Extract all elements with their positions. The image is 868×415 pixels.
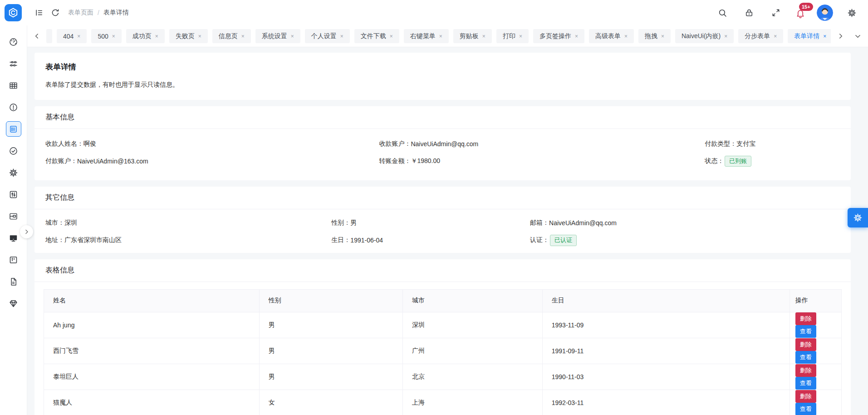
- tab[interactable]: 个人设置×: [305, 29, 350, 43]
- app-logo[interactable]: [5, 4, 22, 21]
- table-column-header: 城市: [403, 289, 543, 312]
- breadcrumb-section[interactable]: 表单页面: [68, 9, 93, 17]
- tab[interactable]: 信息页×: [212, 29, 251, 43]
- view-button[interactable]: 查看: [795, 325, 816, 338]
- tab-close-icon[interactable]: ×: [575, 34, 578, 39]
- clipped-tab[interactable]: [46, 29, 52, 43]
- lock-screen-button[interactable]: [741, 5, 757, 21]
- notifications-button[interactable]: 15+: [794, 7, 806, 19]
- sidebar-item-design[interactable]: [3, 292, 25, 314]
- tab-label: NaiveUi(内嵌): [682, 32, 721, 40]
- breadcrumb: 表单页面 / 表单详情: [68, 9, 129, 17]
- delete-button[interactable]: 删除: [795, 312, 816, 325]
- tab[interactable]: NaiveUi(内嵌)×: [675, 29, 734, 43]
- table-cell: 1993-11-09: [542, 312, 790, 338]
- fullscreen-button[interactable]: [768, 5, 784, 21]
- search-button[interactable]: [714, 5, 731, 21]
- tab-close-icon[interactable]: ×: [624, 34, 628, 39]
- tab-close-icon[interactable]: ×: [439, 34, 442, 39]
- tab-close-icon[interactable]: ×: [774, 34, 777, 39]
- sidebar-item-table[interactable]: [3, 74, 25, 96]
- table-cell: 西门飞雪: [44, 338, 260, 364]
- view-button[interactable]: 查看: [795, 403, 816, 415]
- tab[interactable]: 文件下载×: [354, 29, 399, 43]
- tab[interactable]: 404×: [57, 29, 87, 43]
- tab[interactable]: 成功页×: [126, 29, 165, 43]
- tab-close-icon[interactable]: ×: [198, 34, 201, 39]
- tab-close-icon[interactable]: ×: [661, 34, 664, 39]
- avatar[interactable]: [817, 5, 833, 21]
- tab[interactable]: 高级表单×: [589, 29, 634, 43]
- info-field-value: 男: [350, 219, 357, 227]
- tab-close-icon[interactable]: ×: [112, 34, 115, 39]
- tab[interactable]: 失败页×: [169, 29, 208, 43]
- tab-close-icon[interactable]: ×: [241, 34, 245, 39]
- tab-close-icon[interactable]: ×: [155, 34, 158, 39]
- view-button[interactable]: 查看: [795, 351, 816, 364]
- info-field: 付款账户：NaiveUiAdmin@163.com: [45, 156, 379, 166]
- refresh-icon: [51, 8, 60, 17]
- info-field: 状态：已到账: [705, 156, 840, 167]
- delete-button[interactable]: 删除: [795, 338, 816, 351]
- sidebar-item-result[interactable]: [3, 140, 25, 162]
- tab[interactable]: 分步表单×: [738, 29, 783, 43]
- delete-button[interactable]: 删除: [795, 364, 816, 377]
- tabs-menu-button[interactable]: [853, 29, 863, 43]
- tab[interactable]: 拖拽×: [638, 29, 671, 43]
- tab-label: 信息页: [219, 32, 238, 40]
- tab[interactable]: 打印×: [496, 29, 529, 43]
- sidebar-item-form[interactable]: [3, 118, 25, 140]
- sidebar-toggle-button[interactable]: [31, 5, 47, 21]
- tab-close-icon[interactable]: ×: [340, 34, 343, 39]
- tab-close-icon[interactable]: ×: [77, 34, 80, 39]
- sidebar-item-settings[interactable]: [3, 162, 25, 183]
- tab[interactable]: 系统设置×: [255, 29, 300, 43]
- delete-button[interactable]: 删除: [795, 390, 816, 403]
- breadcrumb-current: 表单详情: [103, 9, 129, 17]
- refresh-button[interactable]: [47, 5, 64, 21]
- kanban-board-icon: [6, 252, 21, 267]
- sidebar-item-frame[interactable]: [3, 205, 25, 227]
- info-field-value: NaiveUiAdmin@qq.com: [411, 140, 478, 148]
- info-field-label: 收款账户：: [379, 140, 411, 148]
- tab[interactable]: 右键菜单×: [404, 29, 449, 43]
- table-cell: 广州: [403, 338, 543, 364]
- settings-button[interactable]: [843, 5, 860, 21]
- info-field: 生日：1991-06-04: [331, 235, 530, 245]
- tab[interactable]: 表单详情×: [788, 29, 831, 43]
- sidebar-item-controls[interactable]: [3, 183, 25, 205]
- tab-close-icon[interactable]: ×: [390, 34, 393, 39]
- sidebar-item-components[interactable]: [3, 53, 25, 74]
- data-table: 姓名性别城市生日操作 Ah jung男深圳1993-11-09删除查看西门飞雪男…: [44, 289, 842, 415]
- sidebar-item-exception[interactable]: [3, 96, 25, 118]
- sidebar-item-project[interactable]: [3, 249, 25, 271]
- tab-close-icon[interactable]: ×: [291, 34, 294, 39]
- table-cell: 1990-11-03: [542, 364, 790, 390]
- main-content: 表单详情 表单除了提交数据，有时也用于显示只读信息。 基本信息 收款人姓名：啊俊…: [27, 47, 868, 415]
- tabs-scroll-right-button[interactable]: [835, 29, 845, 43]
- view-button[interactable]: 查看: [795, 377, 816, 390]
- info-field-value: ￥1980.00: [411, 157, 440, 165]
- theme-settings-button[interactable]: [848, 208, 868, 227]
- page-title: 表单详情: [45, 62, 840, 72]
- tab[interactable]: 500×: [91, 29, 121, 43]
- sidebar-item-document[interactable]: [3, 271, 25, 292]
- sidebar-item-dashboard[interactable]: [3, 31, 25, 53]
- sidebar-expand-handle[interactable]: [20, 225, 33, 238]
- tab-label: 个人设置: [311, 32, 337, 40]
- sidebar: [0, 25, 27, 415]
- tab-close-icon[interactable]: ×: [724, 34, 727, 39]
- tab-close-icon[interactable]: ×: [823, 34, 826, 39]
- tab[interactable]: 剪贴板×: [453, 29, 492, 43]
- info-field-label: 地址：: [45, 236, 64, 244]
- tab-close-icon[interactable]: ×: [519, 34, 522, 39]
- tabs-scroll-left-button[interactable]: [32, 29, 42, 43]
- table-cell: 1991-09-11: [542, 338, 790, 364]
- tab[interactable]: 多页签操作×: [533, 29, 584, 43]
- info-field: 转账金额：￥1980.00: [379, 156, 705, 166]
- info-field-label: 生日：: [331, 236, 350, 244]
- app-window: 表单页面 / 表单详情: [0, 0, 868, 415]
- tab-close-icon[interactable]: ×: [482, 34, 485, 39]
- table-cell: 男: [259, 364, 402, 390]
- table-actions-cell: 删除查看: [790, 364, 841, 390]
